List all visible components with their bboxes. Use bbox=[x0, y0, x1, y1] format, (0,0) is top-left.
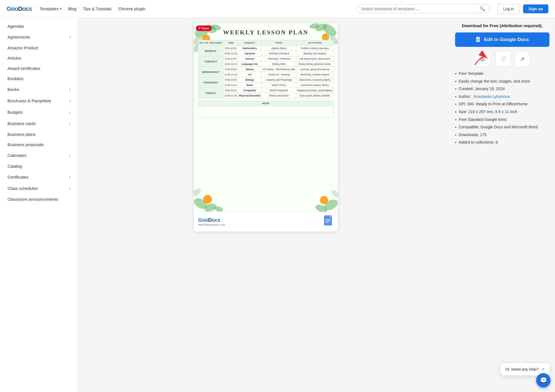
topic-cell: American Literature bbox=[262, 51, 296, 56]
footer-url: www.thegoodocs.com bbox=[198, 223, 225, 226]
sidebar-item-catalog[interactable]: Catalog bbox=[0, 161, 77, 171]
subject-cell: History bbox=[238, 67, 261, 72]
topic-cell: Music Theory bbox=[262, 83, 296, 88]
footer-logo: GooDocs bbox=[198, 217, 225, 223]
time-cell: 10:45-12:15 bbox=[223, 83, 238, 88]
time-cell: 9:00-10:30 bbox=[223, 67, 238, 72]
sidebar-item-award-certificates[interactable]: Award certificates bbox=[0, 63, 77, 73]
sidebar-item-agreements[interactable]: Agreements bbox=[0, 31, 77, 43]
nav-links: Templates ▾ Blog Tips & Tutorials Chrome… bbox=[40, 6, 349, 11]
table-row: TUESDAY 9:00-10:30 Science Chemistry - E… bbox=[198, 56, 334, 62]
topic-cell: Writing Skills bbox=[262, 62, 296, 67]
sidebar-item-articles[interactable]: Articles bbox=[0, 53, 77, 63]
lp-col-activities: ACTIVITIES bbox=[296, 40, 334, 46]
topic-cell: Visual Arts - Drawing bbox=[262, 72, 296, 77]
topic-cell: Anatomy and Physiology bbox=[262, 77, 296, 83]
sidebar-item-business-plans[interactable]: Business plans bbox=[0, 129, 77, 139]
topic-cell: Algebra Basics bbox=[262, 46, 296, 51]
subject-cell: Physical Education bbox=[238, 93, 261, 98]
sidebar-item-booklets[interactable]: Booklets bbox=[0, 73, 77, 84]
footer-logo-area: GooDocs www.thegoodocs.com bbox=[198, 217, 225, 226]
floral-bottomright bbox=[302, 173, 338, 212]
sidebar-item-amazon-product[interactable]: Amazon Product bbox=[0, 43, 77, 53]
feature-created: Created: January 18, 2024 bbox=[455, 86, 549, 92]
author-link[interactable]: Anastasiia Lytvynova bbox=[473, 94, 510, 99]
time-cell: 10:45-12:15 bbox=[223, 93, 238, 98]
time-cell: 10:45-12:15 bbox=[223, 72, 238, 77]
chat-icon: 💬 bbox=[540, 377, 547, 384]
sidebar-item-class-schedules[interactable]: Class schedules bbox=[0, 183, 77, 194]
activities-cell: Dissections, research projects bbox=[296, 77, 334, 83]
nav-blog[interactable]: Blog bbox=[68, 6, 76, 11]
sidebar-item-classroom-announcements[interactable]: Classroom announcements bbox=[0, 194, 77, 204]
svg-point-14 bbox=[203, 202, 217, 212]
sidebar-item-calendars[interactable]: Calendars bbox=[0, 150, 77, 161]
svg-rect-27 bbox=[326, 219, 331, 220]
feature-downloads: Downloads: 175 bbox=[455, 133, 549, 138]
subject-cell: Art bbox=[238, 72, 261, 77]
sidebar-item-agendas[interactable]: Agendas bbox=[0, 21, 77, 31]
activities-cell: Instrument practice, theory bbox=[296, 83, 334, 88]
svg-rect-34 bbox=[477, 40, 478, 41]
right-panel: Download for Free (Attribution required)… bbox=[455, 23, 549, 386]
download-label: Download for Free (Attribution required)… bbox=[455, 23, 549, 28]
svg-rect-28 bbox=[326, 221, 331, 221]
activities-cell: Mapping exercises, presentations bbox=[296, 88, 334, 93]
feature-list: Free Template Easily change the text, im… bbox=[455, 71, 549, 146]
activities-cell: Essay writing, grammar review bbox=[296, 62, 334, 67]
feature-editable: Easily change the text, images, and more bbox=[455, 79, 549, 85]
nav-templates[interactable]: Templates ▾ bbox=[40, 6, 61, 11]
chat-fab[interactable]: 💬 bbox=[536, 373, 551, 388]
logo-o: D bbox=[18, 5, 22, 12]
nav-tips[interactable]: Tips & Tutorials bbox=[83, 6, 112, 11]
topnav: GooDocs Templates ▾ Blog Tips & Tutorial… bbox=[0, 0, 555, 18]
search-input[interactable] bbox=[361, 7, 477, 11]
logo[interactable]: GooDocs bbox=[7, 5, 32, 12]
login-button[interactable]: Log in bbox=[498, 4, 520, 14]
note-body bbox=[198, 106, 333, 117]
svg-point-20 bbox=[314, 203, 328, 212]
sidebar-item-books[interactable]: Books bbox=[0, 84, 77, 95]
sidebar-item-business-proposals[interactable]: Business proposals bbox=[0, 139, 77, 150]
chat-close-button[interactable]: × bbox=[542, 367, 544, 371]
pinterest-icon: P bbox=[199, 27, 201, 30]
day-wednesday: WEDNESDAY bbox=[198, 67, 223, 77]
sidebar-item-certificates[interactable]: Certificates bbox=[0, 171, 77, 183]
favorite-button[interactable]: ♡ bbox=[496, 51, 511, 67]
feature-fonts: Free Standard Google fonts bbox=[455, 117, 549, 123]
sidebar-item-budgets[interactable]: Budgets bbox=[0, 106, 77, 118]
sidebar-item-business-cards[interactable]: Business cards bbox=[0, 118, 77, 129]
time-cell: 9:00-10:30 bbox=[223, 88, 238, 93]
note-section: NOTE bbox=[198, 101, 334, 118]
feature-compatible: Compatible: Google Docs and Microsoft Wo… bbox=[455, 125, 549, 130]
pinterest-badge[interactable]: P Save bbox=[196, 26, 212, 31]
copy-button[interactable]: ⧉ bbox=[475, 51, 490, 67]
time-cell: 10:45-12:15 bbox=[223, 51, 238, 56]
svg-point-16 bbox=[205, 195, 211, 202]
feature-size: Size: 210 x 297 mm, 8.5 x 11 inch bbox=[455, 110, 549, 115]
feature-free: Free Template bbox=[455, 71, 549, 77]
subject-cell: Music bbox=[238, 83, 261, 88]
svg-point-17 bbox=[194, 187, 202, 198]
sidebar: Agendas Agreements Amazon Product Articl… bbox=[0, 18, 78, 392]
auth-buttons: Log in Sign up bbox=[498, 4, 548, 14]
svg-point-13 bbox=[194, 196, 209, 211]
share-button[interactable]: ↗ bbox=[514, 51, 530, 67]
nav-chrome[interactable]: Chrome plugin bbox=[118, 6, 145, 11]
google-docs-icon bbox=[476, 37, 481, 42]
subject-cell: Biology bbox=[238, 77, 261, 83]
share-icon: ↗ bbox=[520, 56, 525, 62]
table-row: WEDNESDAY 9:00-10:30 History US History … bbox=[198, 67, 334, 72]
activities-cell: Problem-solving, exercises bbox=[296, 46, 334, 51]
chat-popup-text: Hi. Need any help? bbox=[506, 367, 539, 371]
signup-button[interactable]: Sign up bbox=[523, 4, 548, 13]
edit-google-docs-button[interactable]: Edit in Google Docs bbox=[455, 32, 549, 47]
note-header: NOTE bbox=[198, 101, 333, 106]
topic-cell: US History - Revolutionary War bbox=[262, 67, 296, 72]
lp-col-subject: SUBJECT bbox=[238, 40, 261, 46]
time-cell: 10:45-12:15 bbox=[223, 62, 238, 67]
search-icon[interactable]: 🔍 bbox=[480, 6, 485, 11]
table-row: THURSDAY 9:00-10:30 Biology Anatomy and … bbox=[198, 77, 334, 83]
sidebar-item-brochures[interactable]: Brochures & Pamphlets bbox=[0, 95, 77, 106]
table-row: FRIDAY 9:00-10:30 Geography World Geogra… bbox=[198, 88, 334, 93]
